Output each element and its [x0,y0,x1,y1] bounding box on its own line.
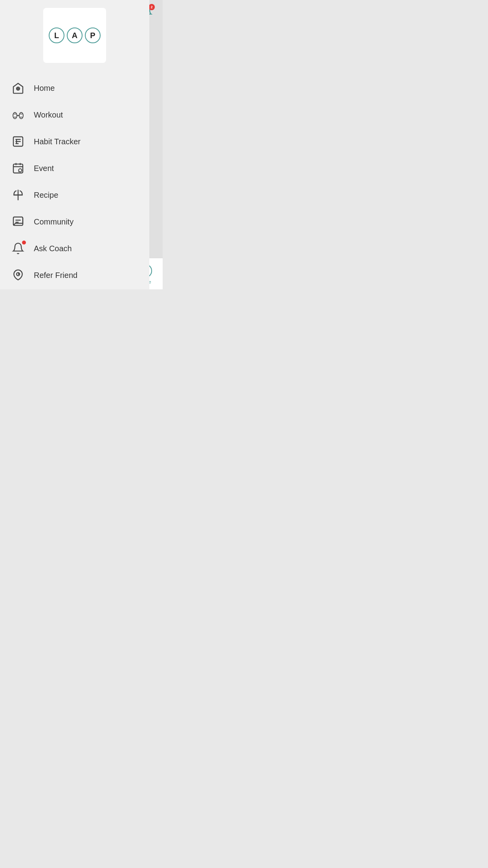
habit-tracker-icon [10,134,26,149]
logo-letter-p: P [85,28,101,43]
event-icon [10,160,26,176]
nav-list: Home Workout [0,75,149,289]
sidebar-label-recipe: Recipe [34,191,58,200]
app-logo: L A P [49,28,101,43]
sidebar-label-workout: Workout [34,110,63,120]
sidebar-label-event: Event [34,164,54,173]
refer-friend-icon [10,267,26,283]
ask-coach-notification-dot [22,241,26,245]
sidebar-label-refer-friend: Refer Friend [34,271,77,280]
notifications-badge: 2 [149,4,155,10]
recipe-icon [10,187,26,203]
sidebar-label-ask-coach: Ask Coach [34,244,72,253]
app-container: 2 Measurement [0,0,163,289]
logo-box: L A P [43,8,106,63]
logo-letter-l: L [49,28,64,43]
sidebar-item-community[interactable]: Community [4,208,145,235]
sidebar-item-ask-coach[interactable]: Ask Coach [4,235,145,262]
svg-line-29 [18,171,19,172]
sidebar-label-home: Home [34,84,55,93]
workout-icon [10,107,26,123]
logo-letter-a: A [67,28,83,43]
sidebar-item-workout[interactable]: Workout [4,101,145,128]
sidebar-item-refer-friend[interactable]: Refer Friend [4,262,145,289]
sidebar-item-home[interactable]: Home [4,75,145,101]
sidebar-label-community: Community [34,217,73,226]
sidebar-label-habit-tracker: Habit Tracker [34,137,81,146]
svg-point-13 [13,112,17,119]
svg-point-14 [19,112,23,119]
sidebar-item-event[interactable]: Event [4,155,145,182]
sidebar-item-help-center[interactable]: Help Center [4,289,145,289]
home-icon [10,80,26,96]
community-icon [10,214,26,230]
sidebar-item-recipe[interactable]: Recipe [4,182,145,208]
sidebar-drawer: L A P Home [0,0,149,289]
sidebar-item-habit-tracker[interactable]: Habit Tracker [4,128,145,155]
logo-area: L A P [0,0,149,71]
ask-coach-icon [10,241,26,256]
